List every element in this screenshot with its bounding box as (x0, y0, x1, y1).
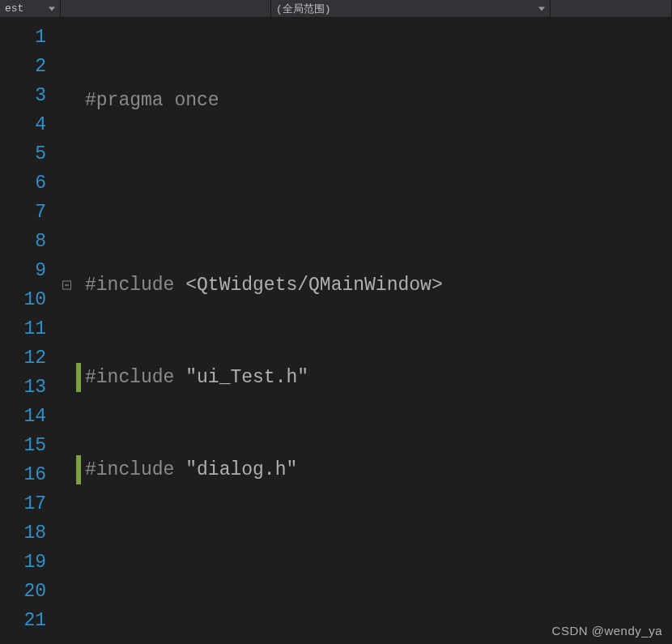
line-number: 2 (0, 52, 46, 81)
line-number: 20 (0, 577, 46, 606)
chevron-down-icon (538, 6, 545, 11)
line-number: 11 (0, 314, 46, 343)
modification-marker (76, 455, 81, 484)
include-path: <QtWidgets/QMainWindow> (185, 275, 442, 296)
modification-marker (76, 363, 81, 392)
include-string: "ui_Test.h" (185, 367, 308, 388)
scope-dropdown-right[interactable]: (全局范围) (271, 0, 551, 17)
line-number: 18 (0, 518, 46, 548)
line-number: 19 (0, 548, 46, 577)
scope-dropdown-left[interactable]: est (0, 0, 61, 17)
line-number: 1 (0, 23, 46, 52)
preprocessor: #include (85, 275, 185, 296)
chevron-down-icon (49, 6, 55, 11)
line-number: 8 (0, 227, 46, 256)
line-number-gutter: 1 2 3 4 5 6 7 8 9 10 11 12 13 14 15 16 1… (0, 18, 61, 644)
editor-toolbar: est (全局范围) (0, 0, 672, 18)
line-number: 9 (0, 256, 46, 285)
line-number: 14 (0, 402, 46, 431)
line-number: 7 (0, 198, 46, 227)
line-number: 13 (0, 373, 46, 402)
watermark: CSDN @wendy_ya (552, 624, 662, 638)
preprocessor: #pragma (85, 90, 164, 111)
scope-label-left: est (5, 2, 23, 15)
line-number: 10 (0, 285, 46, 314)
fold-toggle-icon[interactable] (62, 281, 71, 290)
include-string: "dialog.h" (185, 459, 297, 480)
line-number: 12 (0, 343, 46, 373)
line-number: 5 (0, 139, 46, 168)
line-number: 17 (0, 489, 46, 518)
scope-label-right: (全局范围) (276, 2, 331, 16)
line-number: 3 (0, 81, 46, 110)
code-editor[interactable]: 1 2 3 4 5 6 7 8 9 10 11 12 13 14 15 16 1… (0, 18, 672, 644)
code-content[interactable]: #pragma once #include <QtWidgets/QMainWi… (61, 18, 672, 644)
line-number: 16 (0, 460, 46, 489)
line-number: 6 (0, 168, 46, 198)
line-number: 21 (0, 606, 46, 635)
line-number: 4 (0, 110, 46, 139)
line-number: 15 (0, 431, 46, 460)
